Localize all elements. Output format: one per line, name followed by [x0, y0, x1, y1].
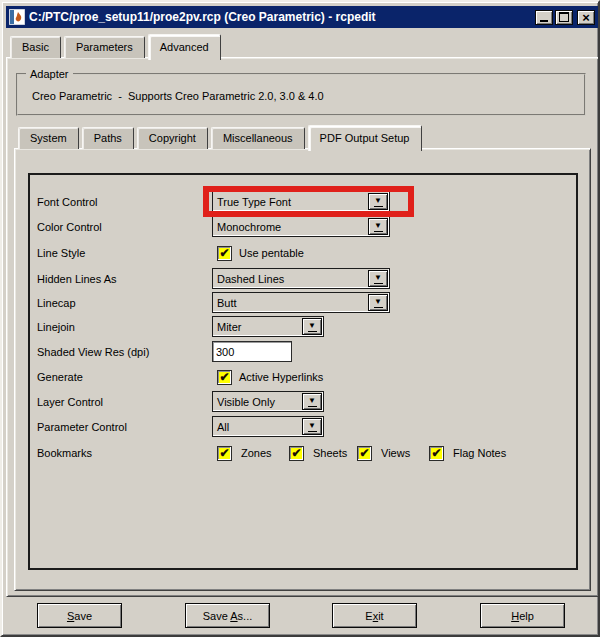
check-icon: ✔: [219, 247, 229, 259]
bookmarks-views-checkbox[interactable]: ✔: [357, 446, 372, 461]
linejoin-dropdown[interactable]: Miter ▼: [212, 316, 324, 337]
maximize-button[interactable]: [555, 10, 573, 25]
linecap-label: Linecap: [37, 296, 76, 310]
use-pentable-label: Use pentable: [239, 246, 304, 260]
bookmarks-zones-label: Zones: [241, 446, 272, 460]
parameter-control-value: All: [213, 421, 301, 433]
tab-copyright[interactable]: Copyright: [137, 127, 208, 149]
save-as-button[interactable]: Save As...: [185, 603, 270, 628]
chevron-down-icon: ▼: [308, 422, 316, 429]
line-style-label: Line Style: [37, 246, 85, 260]
tab-pdf-output-setup[interactable]: PDF Output Setup: [308, 125, 422, 151]
check-icon: ✔: [219, 447, 229, 459]
linecap-value: Butt: [213, 297, 367, 309]
close-icon: ×: [582, 11, 590, 24]
linejoin-dropdown-button[interactable]: ▼: [302, 318, 322, 335]
app-icon: [9, 9, 25, 25]
color-control-dropdown-button[interactable]: ▼: [368, 218, 388, 235]
hidden-lines-value: Dashed Lines: [213, 273, 367, 285]
layer-control-dropdown[interactable]: Visible Only ▼: [212, 391, 324, 412]
tab-miscellaneous[interactable]: Miscellaneous: [211, 127, 305, 149]
maximize-icon: [559, 12, 569, 22]
parameter-control-dropdown-button[interactable]: ▼: [302, 418, 322, 435]
bookmarks-zones-checkbox[interactable]: ✔: [217, 446, 232, 461]
linecap-dropdown[interactable]: Butt ▼: [212, 292, 390, 313]
use-pentable-checkbox[interactable]: ✔: [217, 246, 232, 261]
exit-button[interactable]: Exit: [332, 603, 417, 628]
title-bar: C:/PTC/proe_setup11/proe2pv.rcp (Creo Pa…: [6, 6, 598, 28]
adapter-legend: Adapter: [26, 68, 73, 80]
color-control-label: Color Control: [37, 220, 102, 234]
chevron-down-icon: ▼: [308, 397, 316, 404]
minimize-button[interactable]: [535, 10, 553, 25]
shaded-view-res-label: Shaded View Res (dpi): [37, 345, 149, 359]
chevron-down-icon: ▼: [308, 322, 316, 329]
check-icon: ✔: [431, 447, 441, 459]
sub-tab-strip: System Paths Copyright Miscellaneous PDF…: [18, 123, 422, 149]
active-hyperlinks-label: Active Hyperlinks: [239, 370, 323, 384]
layer-control-label: Layer Control: [37, 395, 103, 409]
tab-advanced[interactable]: Advanced: [148, 34, 221, 60]
chevron-down-icon: ▼: [374, 197, 382, 204]
linecap-dropdown-button[interactable]: ▼: [368, 294, 388, 311]
tab-system[interactable]: System: [18, 127, 79, 149]
close-button[interactable]: ×: [577, 10, 595, 25]
chevron-down-icon: ▼: [374, 222, 382, 229]
hidden-lines-label: Hidden Lines As: [37, 272, 117, 286]
bookmarks-sheets-checkbox[interactable]: ✔: [289, 446, 304, 461]
font-control-label: Font Control: [37, 195, 98, 209]
hidden-lines-dropdown[interactable]: Dashed Lines ▼: [212, 268, 390, 289]
generate-label: Generate: [37, 370, 83, 384]
window-title: C:/PTC/proe_setup11/proe2pv.rcp (Creo Pa…: [29, 10, 535, 24]
check-icon: ✔: [291, 447, 301, 459]
font-control-value: True Type Font: [213, 196, 367, 208]
bookmarks-sheets-label: Sheets: [313, 446, 347, 460]
help-button[interactable]: Help: [480, 603, 565, 628]
chevron-down-icon: ▼: [374, 274, 382, 281]
color-control-dropdown[interactable]: Monochrome ▼: [212, 216, 390, 237]
parameter-control-label: Parameter Control: [37, 420, 127, 434]
hidden-lines-dropdown-button[interactable]: ▼: [368, 270, 388, 287]
font-control-dropdown[interactable]: True Type Font ▼: [212, 191, 390, 212]
bookmarks-label: Bookmarks: [37, 446, 92, 460]
main-tab-strip: Basic Parameters Advanced: [10, 32, 221, 58]
color-control-value: Monochrome: [213, 221, 367, 233]
shaded-view-res-input[interactable]: [212, 341, 292, 362]
chevron-down-icon: ▼: [374, 298, 382, 305]
check-icon: ✔: [219, 371, 229, 383]
bookmarks-views-label: Views: [381, 446, 410, 460]
rcpedit-window: C:/PTC/proe_setup11/proe2pv.rcp (Creo Pa…: [0, 0, 600, 637]
minimize-icon: [540, 20, 548, 22]
parameter-control-dropdown[interactable]: All ▼: [212, 416, 324, 437]
font-control-dropdown-button[interactable]: ▼: [368, 193, 388, 210]
linejoin-value: Miter: [213, 321, 301, 333]
adapter-groupbox: Adapter Creo Parametric - Supports Creo …: [16, 73, 586, 116]
linejoin-label: Linejoin: [37, 320, 75, 334]
check-icon: ✔: [359, 447, 369, 459]
bookmarks-flag-notes-label: Flag Notes: [453, 446, 506, 460]
tab-basic[interactable]: Basic: [10, 36, 61, 58]
bookmarks-flag-notes-checkbox[interactable]: ✔: [429, 446, 444, 461]
tab-paths[interactable]: Paths: [82, 127, 134, 149]
adapter-description: Creo Parametric - Supports Creo Parametr…: [32, 90, 324, 102]
save-button[interactable]: Save: [37, 603, 122, 628]
active-hyperlinks-checkbox[interactable]: ✔: [217, 370, 232, 385]
tab-parameters[interactable]: Parameters: [64, 36, 145, 58]
layer-control-value: Visible Only: [213, 396, 301, 408]
layer-control-dropdown-button[interactable]: ▼: [302, 393, 322, 410]
